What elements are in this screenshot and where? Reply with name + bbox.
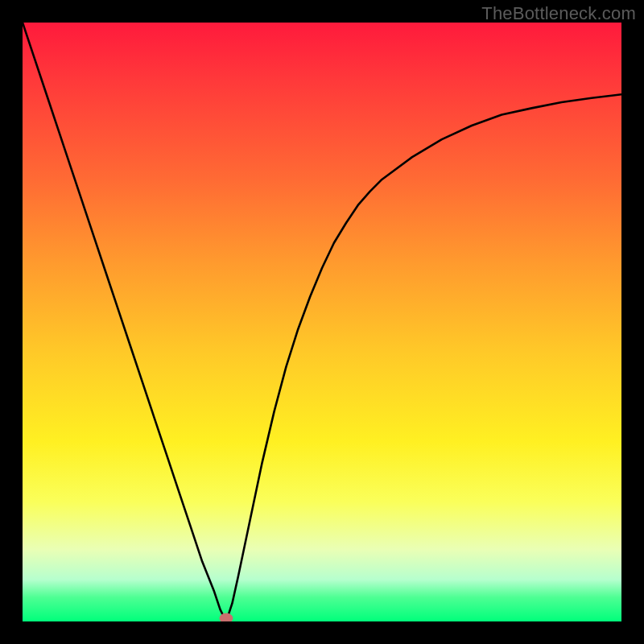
watermark-text: TheBottleneck.com xyxy=(481,3,636,24)
chart-svg xyxy=(23,23,621,621)
minimum-marker xyxy=(220,613,233,621)
plot-area xyxy=(23,23,621,621)
bottleneck-curve xyxy=(23,23,621,621)
chart-frame: TheBottleneck.com xyxy=(0,0,644,644)
